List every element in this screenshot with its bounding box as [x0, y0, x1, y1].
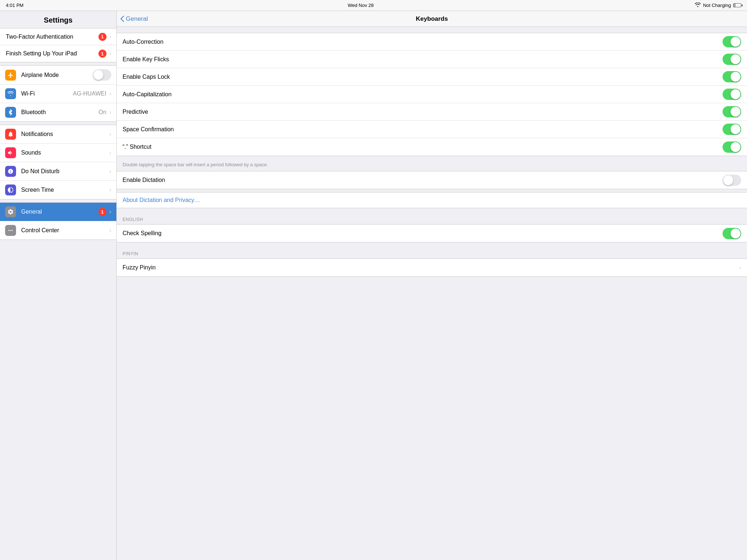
- sidebar-item-notifications[interactable]: Notifications ›: [0, 125, 116, 144]
- screen-time-chevron: ›: [109, 187, 111, 193]
- settings-section-pinyin: Fuzzy Pinyin ›: [117, 258, 747, 277]
- settings-row-predictive[interactable]: Predictive: [117, 103, 747, 121]
- dictation-privacy-link[interactable]: About Dictation and Privacy…: [123, 197, 200, 203]
- svg-point-1: [10, 230, 11, 231]
- nav-back-label: General: [126, 15, 148, 23]
- settings-section-english: Check Spelling: [117, 224, 747, 242]
- finish-setup-badge: 1: [98, 50, 107, 58]
- sidebar-item-wifi[interactable]: Wi-Fi AG-HUAWEI ›: [0, 85, 116, 103]
- sidebar: Settings Two-Factor Authentication 1 › F…: [0, 11, 117, 560]
- sidebar-item-sounds[interactable]: Sounds ›: [0, 144, 116, 162]
- screen-time-icon: [5, 184, 16, 195]
- sidebar-title: Settings: [0, 11, 116, 28]
- sidebar-item-two-factor[interactable]: Two-Factor Authentication 1 ›: [0, 28, 116, 45]
- status-bar: 4:01 PM Wed Nov 28 Not Charging: [0, 0, 747, 11]
- sidebar-section-connectivity: Airplane Mode Wi-Fi AG-HUAWEI › Bluetoo: [0, 65, 116, 122]
- nav-bar: General Keyboards: [117, 11, 747, 27]
- settings-row-key-flicks[interactable]: Enable Key Flicks: [117, 51, 747, 68]
- app-container: Settings Two-Factor Authentication 1 › F…: [0, 11, 747, 560]
- english-section-header: ENGLISH: [117, 211, 747, 224]
- control-center-icon: [5, 225, 16, 236]
- settings-row-space-confirmation[interactable]: Space Confirmation: [117, 121, 747, 138]
- content-area: Auto-Correction Enable Key Flicks Enable…: [117, 27, 747, 560]
- settings-row-period-shortcut[interactable]: “.” Shortcut: [117, 138, 747, 156]
- sidebar-item-airplane-mode[interactable]: Airplane Mode: [0, 66, 116, 85]
- bluetooth-chevron: ›: [109, 109, 111, 116]
- control-center-chevron: ›: [109, 227, 111, 234]
- general-icon: [5, 206, 16, 217]
- notifications-chevron: ›: [109, 131, 111, 137]
- sidebar-item-do-not-disturb[interactable]: Do Not Disturb ›: [0, 162, 116, 181]
- two-factor-badge: 1: [98, 33, 107, 41]
- sidebar-section-alerts: Two-Factor Authentication 1 › Finish Set…: [0, 28, 116, 62]
- settings-row-check-spelling[interactable]: Check Spelling: [117, 225, 747, 242]
- settings-row-fuzzy-pinyin[interactable]: Fuzzy Pinyin ›: [117, 259, 747, 276]
- pinyin-section-header: PINYIN: [117, 245, 747, 258]
- sidebar-section-general: General 1 › Control Center ›: [0, 202, 116, 240]
- dictation-privacy-link-row: About Dictation and Privacy…: [117, 192, 747, 208]
- status-date: Wed Nov 28: [348, 3, 374, 8]
- nav-title: Keyboards: [416, 15, 448, 23]
- sidebar-section-system: Notifications › Sounds › Do Not Disturb …: [0, 125, 116, 199]
- sidebar-item-screen-time[interactable]: Screen Time ›: [0, 181, 116, 199]
- svg-point-0: [8, 230, 9, 231]
- predictive-toggle[interactable]: [723, 106, 741, 117]
- airplane-mode-toggle[interactable]: [93, 69, 111, 81]
- sounds-chevron: ›: [109, 149, 111, 156]
- wifi-chevron: ›: [109, 90, 111, 97]
- settings-section-dictation: Enable Dictation: [117, 171, 747, 189]
- wifi-status-icon: [695, 3, 701, 8]
- key-flicks-toggle[interactable]: [723, 54, 741, 65]
- sounds-icon: [5, 147, 16, 158]
- notifications-icon: [5, 129, 16, 140]
- settings-row-enable-dictation[interactable]: Enable Dictation: [117, 171, 747, 189]
- fuzzy-pinyin-chevron: ›: [739, 264, 741, 271]
- pinyin-section-header-container: PINYIN Fuzzy Pinyin ›: [117, 245, 747, 277]
- not-charging-label: Not Charging: [703, 3, 731, 8]
- period-shortcut-toggle[interactable]: [723, 141, 741, 153]
- sidebar-item-finish-setup[interactable]: Finish Setting Up Your iPad 1 ›: [0, 45, 116, 62]
- general-chevron: ›: [109, 209, 111, 215]
- settings-row-caps-lock[interactable]: Enable Caps Lock: [117, 68, 747, 86]
- status-time: 4:01 PM: [6, 3, 23, 8]
- auto-correction-toggle[interactable]: [723, 36, 741, 47]
- caps-lock-toggle[interactable]: [723, 71, 741, 82]
- battery-indicator: [733, 3, 741, 7]
- sidebar-item-general[interactable]: General 1 ›: [0, 203, 116, 221]
- right-panel: General Keyboards Auto-Correction Enable…: [117, 11, 747, 560]
- bluetooth-icon: [5, 107, 16, 118]
- nav-back-button[interactable]: General: [120, 15, 148, 23]
- english-section-header-container: ENGLISH Check Spelling: [117, 211, 747, 242]
- period-shortcut-footnote: Double tapping the space bar will insert…: [117, 159, 747, 171]
- auto-cap-toggle[interactable]: [723, 89, 741, 100]
- sidebar-item-bluetooth[interactable]: Bluetooth On ›: [0, 103, 116, 121]
- airplane-mode-icon: [5, 70, 16, 81]
- check-spelling-toggle[interactable]: [723, 228, 741, 239]
- space-confirm-toggle[interactable]: [723, 124, 741, 135]
- settings-section-main-toggles: Auto-Correction Enable Key Flicks Enable…: [117, 33, 747, 156]
- wifi-icon: [5, 88, 16, 99]
- sidebar-item-control-center[interactable]: Control Center ›: [0, 221, 116, 240]
- settings-row-auto-capitalization[interactable]: Auto-Capitalization: [117, 86, 747, 103]
- dnd-chevron: ›: [109, 168, 111, 175]
- dictation-toggle[interactable]: [723, 175, 741, 186]
- svg-point-2: [12, 230, 13, 231]
- settings-row-auto-correction[interactable]: Auto-Correction: [117, 33, 747, 51]
- two-factor-chevron: ›: [109, 34, 111, 40]
- finish-setup-chevron: ›: [109, 50, 111, 57]
- general-badge: 1: [98, 208, 107, 216]
- do-not-disturb-icon: [5, 166, 16, 177]
